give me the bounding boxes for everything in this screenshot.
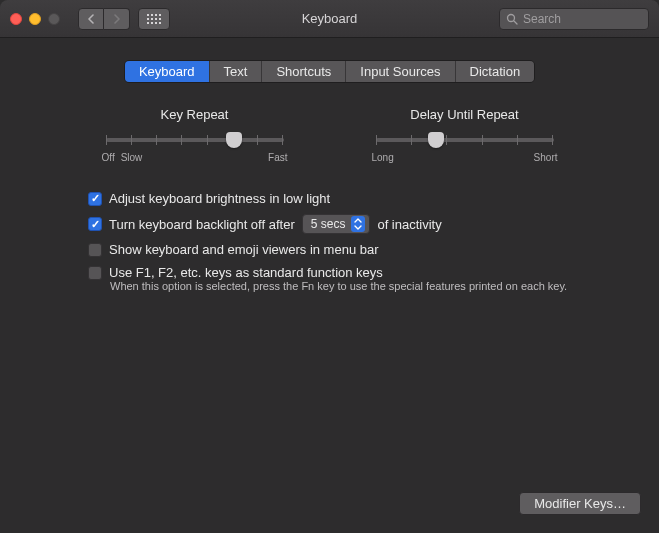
key-repeat-fast-label: Fast [268, 152, 287, 163]
key-repeat-thumb[interactable] [226, 132, 242, 148]
svg-rect-1 [151, 14, 153, 16]
backlight-off-prefix: Turn keyboard backlight off after [109, 217, 295, 232]
forward-button [104, 8, 130, 30]
fn-keys-hint: When this option is selected, press the … [110, 280, 628, 292]
svg-rect-6 [155, 18, 157, 20]
minimize-window-button[interactable] [29, 13, 41, 25]
svg-rect-3 [159, 14, 161, 16]
svg-rect-11 [159, 22, 161, 24]
close-window-button[interactable] [10, 13, 22, 25]
search-input[interactable] [523, 12, 642, 26]
svg-rect-4 [147, 18, 149, 20]
tab-text[interactable]: Text [210, 61, 263, 82]
show-all-button[interactable] [138, 8, 170, 30]
tab-input-sources[interactable]: Input Sources [346, 61, 455, 82]
tab-dictation[interactable]: Dictation [456, 61, 535, 82]
tab-keyboard[interactable]: Keyboard [125, 61, 210, 82]
key-repeat-slow-label: Slow [121, 152, 143, 163]
modifier-keys-button[interactable]: Modifier Keys… [519, 492, 641, 515]
svg-rect-0 [147, 14, 149, 16]
tab-bar: Keyboard Text Shortcuts Input Sources Di… [16, 60, 643, 83]
backlight-off-suffix: of inactivity [377, 217, 441, 232]
key-repeat-off-label: Off [102, 152, 115, 163]
search-field[interactable] [499, 8, 649, 30]
key-repeat-group: Key Repeat Off Slow Fast [100, 107, 290, 163]
svg-rect-7 [159, 18, 161, 20]
key-repeat-slider[interactable] [106, 138, 284, 142]
delay-repeat-title: Delay Until Repeat [370, 107, 560, 122]
svg-rect-9 [151, 22, 153, 24]
svg-point-12 [508, 14, 515, 21]
key-repeat-title: Key Repeat [100, 107, 290, 122]
titlebar: Keyboard [0, 0, 659, 38]
svg-rect-5 [151, 18, 153, 20]
backlight-off-checkbox[interactable] [88, 217, 102, 231]
delay-repeat-long-label: Long [372, 152, 394, 163]
nav-buttons [78, 8, 130, 30]
fn-keys-checkbox[interactable] [88, 266, 102, 280]
adjust-brightness-checkbox[interactable] [88, 192, 102, 206]
window-controls [10, 13, 60, 25]
search-icon [506, 13, 518, 25]
delay-repeat-short-label: Short [534, 152, 558, 163]
fn-keys-label: Use F1, F2, etc. keys as standard functi… [109, 265, 383, 280]
backlight-off-select-value: 5 secs [311, 217, 346, 231]
delay-repeat-slider[interactable] [376, 138, 554, 142]
delay-repeat-thumb[interactable] [428, 132, 444, 148]
svg-rect-2 [155, 14, 157, 16]
delay-repeat-group: Delay Until Repeat Long Short [370, 107, 560, 163]
backlight-off-select[interactable]: 5 secs [302, 214, 371, 234]
tab-shortcuts[interactable]: Shortcuts [262, 61, 346, 82]
show-viewers-checkbox[interactable] [88, 243, 102, 257]
svg-rect-10 [155, 22, 157, 24]
zoom-window-button [48, 13, 60, 25]
back-button[interactable] [78, 8, 104, 30]
svg-line-13 [514, 21, 517, 24]
show-viewers-label: Show keyboard and emoji viewers in menu … [109, 242, 379, 257]
adjust-brightness-label: Adjust keyboard brightness in low light [109, 191, 330, 206]
stepper-icon [351, 216, 365, 232]
svg-rect-8 [147, 22, 149, 24]
